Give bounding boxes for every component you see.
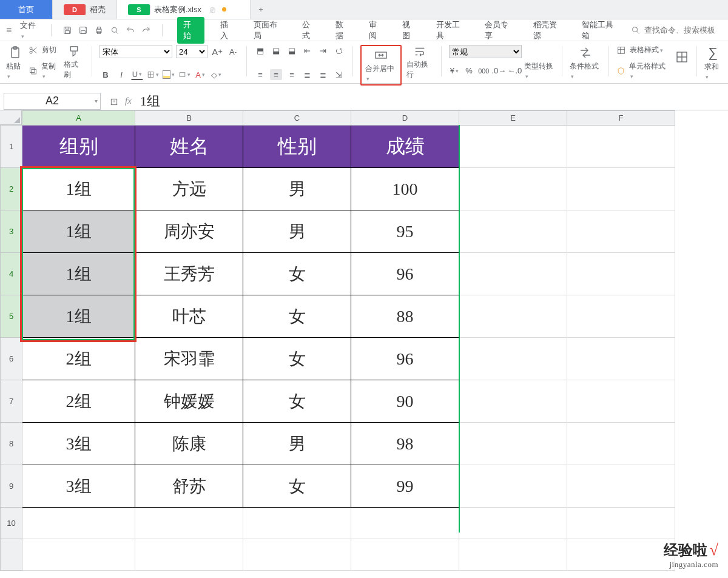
col-header-D[interactable]: D (351, 111, 459, 126)
cell[interactable] (243, 539, 351, 571)
cell[interactable]: 组别 (22, 126, 135, 168)
tab-daoke[interactable]: D 稻壳 (53, 0, 117, 19)
cell[interactable]: 男 (243, 168, 351, 210)
col-header-F[interactable]: F (567, 111, 675, 126)
formula-value[interactable]: 1组 (140, 92, 160, 110)
ribbon-tab-insert[interactable]: 插入 (218, 17, 238, 44)
cell[interactable] (459, 465, 567, 508)
select-all-corner[interactable] (0, 110, 22, 125)
cell[interactable]: 3组 (22, 465, 135, 508)
italic-button[interactable]: I (115, 69, 127, 80)
align-left-icon[interactable]: ≡ (254, 69, 266, 80)
increase-decimal-button[interactable]: .0→ (493, 66, 505, 76)
cell[interactable]: 王秀芳 (135, 253, 243, 295)
cell[interactable] (459, 168, 567, 210)
redo-icon[interactable] (141, 25, 151, 35)
distribute-icon[interactable]: ≣ (317, 69, 329, 80)
save-icon[interactable] (62, 25, 72, 35)
cell[interactable]: 方远 (135, 168, 243, 210)
cell[interactable] (135, 539, 243, 571)
format-as-table-button[interactable] (675, 45, 689, 69)
ribbon-tab-formula[interactable]: 公式 (300, 17, 320, 44)
spreadsheet-grid[interactable]: A B C D E F 1 组别 姓名 性别 成绩 2 1组 方远 男 100 … (0, 110, 728, 571)
ribbon-tab-vip[interactable]: 会员专享 (482, 17, 517, 44)
cell[interactable] (567, 126, 675, 168)
file-menu[interactable]: 文件 (20, 20, 39, 40)
row-header[interactable] (1, 539, 22, 571)
cell[interactable]: 3组 (22, 423, 135, 465)
cell[interactable]: 女 (243, 295, 351, 338)
indent-decrease-icon[interactable]: ⇤ (302, 45, 314, 56)
bold-button[interactable]: B (99, 69, 112, 80)
save-as-icon[interactable] (78, 25, 88, 35)
font-name-select[interactable]: 宋体 (99, 45, 172, 58)
ribbon-tab-view[interactable]: 视图 (400, 17, 420, 44)
cell[interactable] (459, 380, 567, 423)
cell[interactable]: 98 (351, 423, 459, 465)
row-header[interactable]: 1 (1, 126, 22, 168)
border-button[interactable] (147, 69, 159, 80)
cell[interactable] (459, 338, 567, 380)
cell[interactable]: 成绩 (351, 126, 459, 168)
cell-style-button[interactable]: 单元格样式 (616, 61, 667, 80)
row-header[interactable]: 10 (1, 508, 22, 539)
cell[interactable] (459, 508, 567, 539)
paste-button[interactable]: 粘贴 (6, 45, 24, 80)
cell[interactable] (567, 465, 675, 508)
print-preview-icon[interactable] (110, 25, 120, 35)
cell[interactable] (351, 539, 459, 571)
cell[interactable]: 96 (351, 338, 459, 380)
cell[interactable]: 95 (351, 210, 459, 253)
align-right-icon[interactable]: ≡ (286, 69, 298, 80)
cell[interactable]: 女 (243, 465, 351, 508)
cancel-edit-icon[interactable] (109, 95, 119, 106)
chevron-down-icon[interactable]: ▾ (95, 98, 98, 104)
cell[interactable]: 周亦安 (135, 210, 243, 253)
cell[interactable]: 88 (351, 295, 459, 338)
align-middle-icon[interactable]: ⬓ (270, 45, 282, 56)
row-header[interactable]: 9 (1, 465, 22, 508)
clear-format-button[interactable]: ◇ (210, 69, 222, 80)
cell[interactable]: 宋羽霏 (135, 338, 243, 380)
cell[interactable]: 陈康 (135, 423, 243, 465)
cell-active[interactable]: 1组 (22, 168, 135, 210)
ribbon-tab-pagelayout[interactable]: 页面布局 (251, 17, 286, 44)
cell[interactable] (459, 423, 567, 465)
row-header[interactable]: 4 (1, 253, 22, 295)
cell[interactable]: 女 (243, 253, 351, 295)
cell[interactable]: 女 (243, 338, 351, 380)
justify-icon[interactable]: ≣ (302, 69, 314, 80)
fx-icon[interactable]: fx (125, 96, 132, 106)
cell-selected[interactable]: 1组 (22, 295, 135, 338)
align-top-icon[interactable]: ⬒ (254, 45, 266, 56)
cell[interactable]: 叶芯 (135, 295, 243, 338)
ribbon-tab-review[interactable]: 审阅 (366, 17, 386, 44)
cell[interactable] (22, 508, 135, 539)
cell[interactable]: 姓名 (135, 126, 243, 168)
fill-color-button[interactable] (163, 69, 175, 80)
ribbon-tab-smarttools[interactable]: 智能工具箱 (579, 17, 622, 44)
row-header[interactable]: 2 (1, 168, 22, 210)
indent-increase-icon[interactable]: ⇥ (317, 45, 329, 56)
cell[interactable] (459, 253, 567, 295)
cell[interactable]: 96 (351, 253, 459, 295)
cell[interactable] (567, 253, 675, 295)
undo-icon[interactable] (126, 25, 135, 35)
cell[interactable] (459, 295, 567, 338)
cell[interactable] (567, 338, 675, 380)
ribbon-tab-daoke[interactable]: 稻壳资源 (531, 17, 566, 44)
cell[interactable] (459, 126, 567, 168)
cell[interactable] (135, 508, 243, 539)
currency-button[interactable]: ¥ (449, 66, 460, 76)
cell[interactable]: 性别 (243, 126, 351, 168)
print-icon[interactable] (94, 25, 104, 35)
copy-button[interactable]: 复制 (29, 61, 59, 80)
name-box[interactable]: A2 ▾ (4, 93, 101, 110)
cell-merge-quick-button[interactable] (178, 69, 190, 80)
cell-selected[interactable]: 1组 (22, 210, 135, 253)
command-search-input[interactable] (643, 25, 722, 35)
transpose-button[interactable]: 条件格式 (570, 45, 601, 80)
tab-home[interactable]: 首页 (0, 0, 53, 19)
cell[interactable]: 2组 (22, 338, 135, 380)
cell[interactable] (243, 508, 351, 539)
